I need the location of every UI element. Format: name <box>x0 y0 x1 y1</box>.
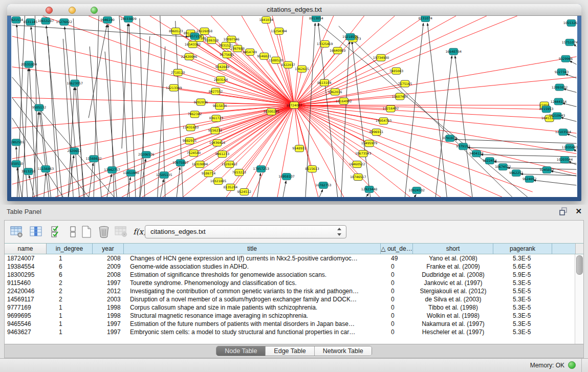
cell-in_degree[interactable]: 2 <box>47 279 93 287</box>
table-row[interactable]: 969969511998Structural magnetic resonanc… <box>5 312 575 320</box>
cell-name[interactable]: 18724007 <box>5 254 47 262</box>
table-row[interactable]: 946554611997Estimation of the future num… <box>5 320 575 328</box>
cell-name[interactable]: 22420046 <box>5 287 47 295</box>
cell-in_degree[interactable]: 6 <box>47 262 93 271</box>
table-row[interactable]: 911546021997Tourette syndrome. Phenomeno… <box>5 279 575 287</box>
cell-title[interactable]: Structural magnetic resonance image aver… <box>124 312 381 320</box>
cell-year[interactable]: 1997 <box>93 320 124 328</box>
cell-year[interactable]: 2008 <box>93 254 124 262</box>
window-titlebar[interactable]: citations_edges.txt <box>7 4 581 16</box>
cell-pagerank[interactable]: 5.6E-5 <box>493 262 552 271</box>
vertical-scrollbar[interactable] <box>575 254 583 344</box>
cell-year[interactable]: 1997 <box>93 279 124 287</box>
cell-out_de[interactable]: 0 <box>381 279 413 287</box>
tab-node-table[interactable]: Node Table <box>216 346 266 356</box>
table-row[interactable]: 977716911998Corpus callosum shape and si… <box>5 303 575 312</box>
cell-pagerank[interactable]: 5.3E-5 <box>493 328 552 336</box>
tab-edge-table[interactable]: Edge Table <box>266 346 314 356</box>
cell-out_de[interactable]: 0 <box>381 271 413 279</box>
cell-short[interactable]: de Silva et al. (2003) <box>413 295 493 303</box>
cell-name[interactable]: 9465546 <box>5 320 47 328</box>
network-table-select[interactable]: citations_edges.txt <box>145 225 346 238</box>
cell-pagerank[interactable]: 5.3E-5 <box>493 303 552 312</box>
cell-name[interactable]: 9115460 <box>5 279 47 287</box>
cell-title[interactable]: Embryonic stem cells: a model to study s… <box>124 328 381 336</box>
float-panel-icon[interactable] <box>559 207 568 215</box>
cell-out_de[interactable]: 0 <box>381 262 413 271</box>
cell-name[interactable]: 14569117 <box>5 295 47 303</box>
cell-title[interactable]: Tourette syndrome. Phenomenology and cla… <box>124 279 381 287</box>
cell-short[interactable]: Yano et al. (2008) <box>413 254 493 262</box>
cell-short[interactable]: Stergiakouli et al. (2012) <box>413 287 493 295</box>
table-row[interactable]: 2242004622012Investigating the contribut… <box>5 287 575 295</box>
table-row[interactable]: 1872400712008Changes of HCN gene express… <box>5 254 575 262</box>
scrollbar-thumb[interactable] <box>576 255 583 275</box>
cell-short[interactable]: Wolkin et al. (1998) <box>413 312 493 320</box>
cell-short[interactable]: Jankovic et al. (1997) <box>413 279 493 287</box>
cell-in_degree[interactable]: 6 <box>47 271 93 279</box>
cell-year[interactable]: 2008 <box>93 271 124 279</box>
cell-in_degree[interactable]: 1 <box>47 328 93 336</box>
cell-in_degree[interactable]: 1 <box>47 254 93 262</box>
cell-name[interactable]: 18300295 <box>5 271 47 279</box>
memory-ok-indicator[interactable] <box>568 361 576 369</box>
tab-network-table[interactable]: Network Table <box>315 346 372 356</box>
table-row[interactable]: 1938455462009Genome-wide association stu… <box>5 262 575 271</box>
cell-pagerank[interactable]: 5.3E-5 <box>493 312 552 320</box>
close-panel-icon[interactable]: ✕ <box>575 207 582 215</box>
cell-title[interactable]: Disruption of a novel member of a sodium… <box>124 295 381 303</box>
column-header-short[interactable]: short <box>413 243 493 254</box>
table-row[interactable]: 946362711997Embryonic stem cells: a mode… <box>5 328 575 336</box>
cell-short[interactable]: Tibbo et al. (1998) <box>413 303 493 312</box>
column-header-name[interactable]: name <box>5 243 47 254</box>
cell-in_degree[interactable]: 2 <box>47 287 93 295</box>
cell-short[interactable]: Franke et al. (2009) <box>413 262 493 271</box>
cell-out_de[interactable]: 0 <box>381 320 413 328</box>
cell-short[interactable]: Dudbridge et al. (2008) <box>413 271 493 279</box>
cell-title[interactable]: Estimation of the future numbers of pati… <box>124 320 381 328</box>
unselect-all-columns-button[interactable] <box>66 225 80 239</box>
column-header-in_degree[interactable]: in_degree <box>47 243 93 254</box>
cell-year[interactable]: 1998 <box>93 312 124 320</box>
cell-out_de[interactable]: 0 <box>381 295 413 303</box>
cell-out_de[interactable]: 0 <box>381 312 413 320</box>
column-header-pagerank[interactable]: pagerank <box>493 243 552 254</box>
cell-pagerank[interactable]: 5.3E-5 <box>493 279 552 287</box>
cell-in_degree[interactable]: 2 <box>47 295 93 303</box>
cell-pagerank[interactable]: 5.9E-5 <box>493 271 552 279</box>
cell-short[interactable]: Nakamura et al. (1997) <box>413 320 493 328</box>
cell-title[interactable]: Investigating the contribution of common… <box>124 287 381 295</box>
network-view[interactable]: 1872400718300295896012389129551822605898… <box>11 16 577 197</box>
cell-out_de[interactable]: 0 <box>381 303 413 312</box>
cell-name[interactable]: 19384554 <box>5 262 47 271</box>
cell-name[interactable]: 9777169 <box>5 303 47 312</box>
create-column-button[interactable] <box>79 225 94 239</box>
cell-year[interactable]: 2003 <box>93 295 124 303</box>
cell-in_degree[interactable]: 1 <box>47 312 93 320</box>
cell-short[interactable]: Hescheler et al. (1997) <box>413 328 493 336</box>
cell-year[interactable]: 1997 <box>93 328 124 336</box>
cell-name[interactable]: 9463627 <box>5 328 47 336</box>
show-columns-button[interactable] <box>29 225 43 239</box>
column-header-out_de[interactable]: △ out_de… <box>381 243 413 254</box>
select-all-columns-button[interactable] <box>50 225 64 239</box>
table-row[interactable]: 1456911722003Disruption of a novel membe… <box>5 295 575 303</box>
cell-pagerank[interactable]: 5.5E-5 <box>493 287 552 295</box>
column-header-year[interactable]: year <box>93 243 124 254</box>
cell-title[interactable]: Corpus callosum shape and size in male p… <box>124 303 381 312</box>
cell-out_de[interactable]: 0 <box>381 287 413 295</box>
cell-year[interactable]: 1998 <box>93 303 124 312</box>
cell-pagerank[interactable]: 5.3E-5 <box>493 254 552 262</box>
network-canvas[interactable]: 1872400718300295896012389129551822605898… <box>11 16 577 197</box>
cell-title[interactable]: Genome-wide association studies in ADHD. <box>124 262 381 271</box>
cell-title[interactable]: Estimation of significance thresholds fo… <box>124 271 381 279</box>
cell-pagerank[interactable]: 5.3E-5 <box>493 295 552 303</box>
cell-out_de[interactable]: 0 <box>381 328 413 336</box>
cell-title[interactable]: Changes of HCN gene expression and I(f) … <box>124 254 381 262</box>
cell-pagerank[interactable]: 5.3E-5 <box>493 320 552 328</box>
cell-out_de[interactable]: 49 <box>381 254 413 262</box>
cell-in_degree[interactable]: 1 <box>47 320 93 328</box>
cell-year[interactable]: 2009 <box>93 262 124 271</box>
cell-name[interactable]: 9699695 <box>5 312 47 320</box>
cell-in_degree[interactable]: 1 <box>47 303 93 312</box>
